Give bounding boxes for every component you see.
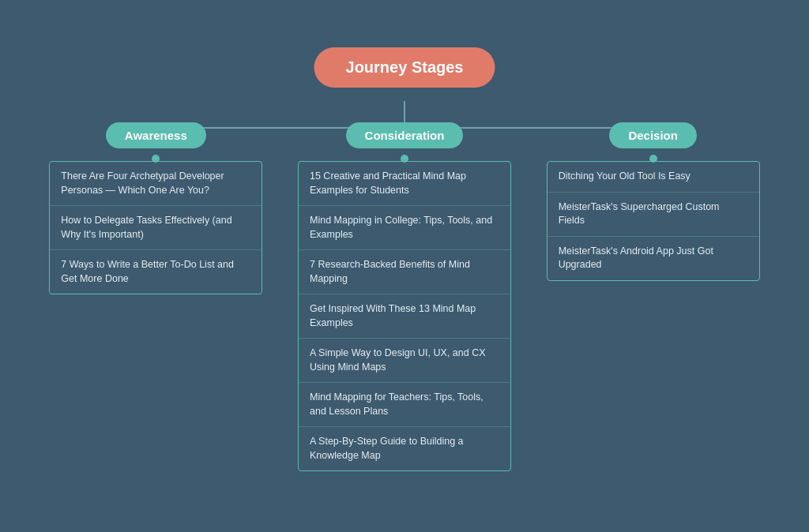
stage-header-decision: Decision xyxy=(609,122,697,148)
stage-header-awareness: Awareness xyxy=(106,122,206,148)
list-item: 15 Creative and Practical Mind Map Examp… xyxy=(299,162,510,206)
list-item: MeisterTask's Android App Just Got Upgra… xyxy=(547,237,759,280)
list-item: Mind Mapping for Teachers: Tips, Tools, … xyxy=(299,383,510,427)
list-item: A Step-By-Step Guide to Building a Knowl… xyxy=(299,427,510,470)
root-label: Journey Stages xyxy=(346,58,464,76)
branch-consideration: Consideration 15 Creative and Practical … xyxy=(298,122,511,471)
items-box-decision: Ditching Your Old Tool Is Easy MeisterTa… xyxy=(547,161,760,281)
branch-decision: Decision Ditching Your Old Tool Is Easy … xyxy=(547,122,760,471)
list-item: Get Inspired With These 13 Mind Map Exam… xyxy=(299,294,510,339)
list-item: A Simple Way to Design UI, UX, and CX Us… xyxy=(299,339,510,383)
list-item: How to Delegate Tasks Effectively (and W… xyxy=(50,206,262,250)
list-item: 7 Research-Backed Benefits of Mind Mappi… xyxy=(299,250,510,294)
stage-header-consideration: Consideration xyxy=(346,122,464,148)
list-item: Mind Mapping in College: Tips, Tools, an… xyxy=(299,206,510,250)
list-item: There Are Four Archetypal Developer Pers… xyxy=(50,162,262,206)
list-item: 7 Ways to Write a Better To-Do List and … xyxy=(50,250,262,294)
list-item: Ditching Your Old Tool Is Easy xyxy=(547,162,759,193)
list-item: MeisterTask's Supercharged Custom Fields xyxy=(547,193,759,237)
branch-awareness: Awareness There Are Four Archetypal Deve… xyxy=(49,122,262,471)
root-node: Journey Stages xyxy=(314,47,495,88)
canvas: Journey Stages Awareness There Are Four … xyxy=(0,0,809,532)
branches-container: Awareness There Are Four Archetypal Deve… xyxy=(0,122,809,471)
items-box-consideration: 15 Creative and Practical Mind Map Examp… xyxy=(298,161,511,471)
items-box-awareness: There Are Four Archetypal Developer Pers… xyxy=(49,161,262,294)
